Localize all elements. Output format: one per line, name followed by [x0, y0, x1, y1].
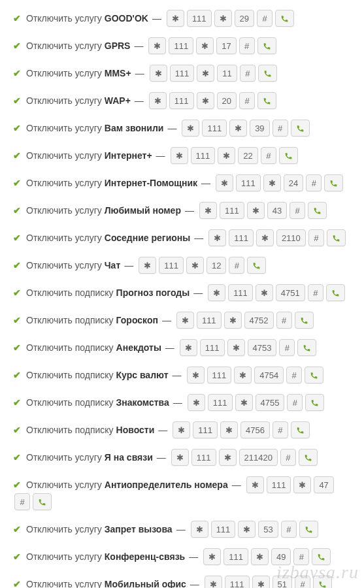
key-code-a[interactable]: 111	[193, 421, 218, 438]
key-code-b[interactable]: 39	[250, 120, 269, 137]
key-star[interactable]: ✱	[238, 521, 256, 538]
key-code-a[interactable]: 111	[191, 449, 216, 466]
key-star[interactable]: ✱	[252, 576, 270, 588]
key-hash[interactable]: #	[257, 10, 273, 27]
key-code-a[interactable]: 111	[223, 548, 248, 565]
key-hash[interactable]: #	[279, 339, 295, 356]
call-icon[interactable]	[305, 394, 324, 411]
call-icon[interactable]	[291, 120, 310, 137]
key-code-b[interactable]: 17	[216, 37, 236, 54]
key-star[interactable]: ✱	[256, 284, 273, 301]
key-code-a[interactable]: 111	[207, 367, 232, 384]
call-icon[interactable]	[257, 92, 276, 109]
call-icon[interactable]	[295, 312, 314, 329]
key-star[interactable]: ✱	[208, 229, 226, 246]
key-code-b[interactable]: 29	[235, 10, 254, 27]
call-icon[interactable]	[308, 202, 327, 219]
call-icon[interactable]	[258, 65, 277, 82]
key-hash[interactable]: #	[287, 394, 303, 411]
key-code-a[interactable]: 111	[267, 476, 291, 493]
key-code-a[interactable]: 111	[211, 521, 236, 538]
key-code-b[interactable]: 4756	[240, 421, 270, 438]
key-code-b[interactable]: 4751	[276, 284, 305, 301]
key-star[interactable]: ✱	[197, 92, 214, 109]
key-code-b[interactable]: 47	[314, 476, 333, 493]
key-star[interactable]: ✱	[224, 312, 242, 329]
key-code-b[interactable]: 24	[284, 174, 303, 191]
key-hash[interactable]: #	[306, 174, 322, 191]
key-hash[interactable]: #	[281, 521, 297, 538]
call-icon[interactable]	[275, 10, 294, 27]
key-star[interactable]: ✱	[139, 257, 156, 274]
call-icon[interactable]	[33, 493, 52, 510]
key-code-b[interactable]: 43	[267, 202, 287, 219]
key-star[interactable]: ✱	[219, 449, 237, 466]
call-icon[interactable]	[305, 367, 323, 384]
key-code-b[interactable]: 11	[217, 65, 237, 82]
key-code-a[interactable]: 111	[200, 339, 225, 356]
key-star[interactable]: ✱	[171, 147, 188, 164]
key-star[interactable]: ✱	[247, 202, 265, 219]
key-star[interactable]: ✱	[197, 65, 214, 82]
key-code-a[interactable]: 111	[169, 37, 193, 54]
call-icon[interactable]	[299, 521, 318, 538]
key-code-a[interactable]: 111	[187, 10, 212, 27]
key-star[interactable]: ✱	[176, 312, 194, 329]
key-star[interactable]: ✱	[196, 37, 214, 54]
key-star[interactable]: ✱	[234, 367, 252, 384]
call-icon[interactable]	[291, 421, 310, 438]
key-code-a[interactable]: 111	[208, 394, 233, 411]
key-star[interactable]: ✱	[205, 576, 222, 588]
key-hash[interactable]: #	[276, 312, 292, 329]
key-hash[interactable]: #	[273, 120, 288, 137]
key-code-b[interactable]: 22	[238, 147, 257, 164]
key-code-a[interactable]: 111	[229, 229, 254, 246]
key-code-b[interactable]: 53	[258, 521, 278, 538]
key-star[interactable]: ✱	[199, 202, 217, 219]
key-code-a[interactable]: 111	[228, 284, 253, 301]
call-icon[interactable]	[324, 174, 343, 191]
key-star[interactable]: ✱	[187, 367, 205, 384]
key-hash[interactable]: #	[308, 284, 323, 301]
key-code-a[interactable]: 111	[169, 92, 194, 109]
key-star[interactable]: ✱	[227, 339, 245, 356]
key-code-b[interactable]: 4755	[256, 394, 285, 411]
call-icon[interactable]	[279, 147, 298, 164]
call-icon[interactable]	[326, 284, 345, 301]
key-star[interactable]: ✱	[246, 476, 264, 493]
key-code-a[interactable]: 111	[225, 576, 250, 588]
key-hash[interactable]: #	[229, 257, 244, 274]
key-code-a[interactable]: 111	[220, 202, 244, 219]
key-code-a[interactable]: 111	[236, 174, 261, 191]
call-icon[interactable]	[257, 37, 276, 54]
key-star[interactable]: ✱	[208, 284, 225, 301]
key-code-a[interactable]: 111	[191, 147, 216, 164]
key-star[interactable]: ✱	[188, 394, 205, 411]
key-hash[interactable]: #	[240, 65, 256, 82]
key-code-a[interactable]: 111	[202, 120, 227, 137]
key-star[interactable]: ✱	[256, 229, 274, 246]
key-hash[interactable]: #	[280, 449, 296, 466]
call-icon[interactable]	[247, 257, 266, 274]
key-star[interactable]: ✱	[167, 10, 184, 27]
key-star[interactable]: ✱	[148, 37, 166, 54]
key-code-b[interactable]: 4753	[248, 339, 277, 356]
key-hash[interactable]: #	[239, 92, 255, 109]
key-hash[interactable]: #	[286, 367, 302, 384]
key-hash[interactable]: #	[308, 229, 324, 246]
key-star[interactable]: ✱	[150, 65, 167, 82]
key-star[interactable]: ✱	[218, 147, 235, 164]
key-star[interactable]: ✱	[173, 421, 190, 438]
key-code-b[interactable]: 4754	[254, 367, 284, 384]
key-code-b[interactable]: 12	[207, 257, 226, 274]
key-star[interactable]: ✱	[180, 339, 197, 356]
key-hash[interactable]: #	[273, 421, 288, 438]
key-hash[interactable]: #	[14, 493, 30, 510]
key-star[interactable]: ✱	[293, 476, 311, 493]
key-code-b[interactable]: 2110	[276, 229, 306, 246]
call-icon[interactable]	[299, 449, 318, 466]
key-star[interactable]: ✱	[149, 92, 167, 109]
key-star[interactable]: ✱	[186, 257, 204, 274]
key-code-b[interactable]: 4752	[244, 312, 274, 329]
key-code-b[interactable]: 20	[217, 92, 237, 109]
